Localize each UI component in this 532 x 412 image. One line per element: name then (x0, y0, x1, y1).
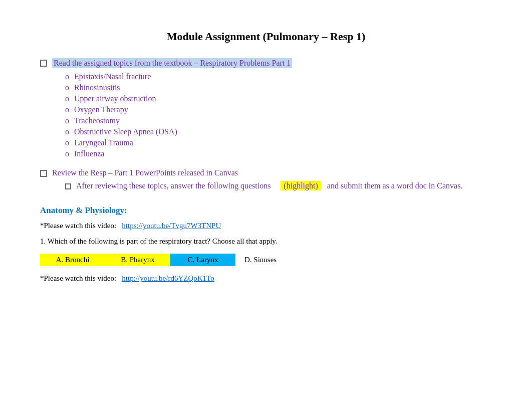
item-text: Laryngeal Trauma (74, 138, 133, 147)
section2-sub-text: After reviewing these topics, answer the… (76, 181, 462, 190)
sub-bullet: o (65, 127, 69, 136)
sub-text-before: After reviewing these topics, answer the… (76, 181, 271, 190)
item-text: Rhinosinusitis (74, 83, 120, 92)
question1-text: 1. Which of the following is part of the… (40, 237, 492, 246)
section1-block: Read the assigned topics from the textbo… (40, 58, 492, 158)
page-title: Module Assignment (Pulmonary – Resp 1) (40, 30, 492, 43)
item-text: Obstructive Sleep Apnea (OSA) (74, 127, 177, 136)
answer-a: A. Bronchi (40, 254, 105, 266)
list-item: o Upper airway obstruction (65, 94, 492, 103)
sub-square-bullet (65, 183, 71, 189)
section1-label: Read the assigned topics from the textbo… (52, 58, 292, 68)
item-text: Tracheostomy (74, 116, 120, 125)
list-item: o Oxygen Therapy (65, 105, 492, 114)
answer-b: B. Pharynx (105, 254, 170, 266)
item-text: Influenza (74, 149, 104, 158)
list-item: o Rhinosinusitis (65, 83, 492, 92)
sub-bullet: o (65, 149, 69, 158)
anatomy-heading: Anatomy & Physiology: (40, 205, 492, 216)
list-item: o Laryngeal Trauma (65, 138, 492, 147)
section2-label: Review the Resp – Part 1 PowerPoints rel… (52, 168, 238, 177)
sub-bullet: o (65, 116, 69, 125)
answers-row: A. Bronchi B. Pharynx C. Larynx D. Sinus… (40, 254, 492, 266)
sub-bullet: o (65, 83, 69, 92)
watch1-prefix: *Please watch this video: (40, 222, 116, 230)
watch-video-1: *Please watch this video: https://youtu.… (40, 222, 492, 230)
section2-sub: After reviewing these topics, answer the… (65, 181, 492, 190)
item-text: Oxygen Therapy (74, 105, 128, 114)
answer-d: D. Sinuses (235, 254, 301, 266)
section1-header: Read the assigned topics from the textbo… (40, 58, 492, 68)
section2-header: Review the Resp – Part 1 PowerPoints rel… (40, 168, 492, 177)
watch2-link[interactable]: http://youtu.be/rd6YZQoK1To (122, 274, 214, 282)
watch1-link[interactable]: https://youtu.be/Tvgu7W3TNPU (122, 222, 221, 230)
sub-bullet: o (65, 105, 69, 114)
list-item: o Influenza (65, 149, 492, 158)
watch2-prefix: *Please watch this video: (40, 274, 116, 282)
section1-bullet (40, 60, 47, 67)
section2-sub-item: After reviewing these topics, answer the… (65, 181, 492, 190)
list-item: o Epistaxis/Nasal fracture (65, 72, 492, 81)
list-item: o Obstructive Sleep Apnea (OSA) (65, 127, 492, 136)
sub-bullet: o (65, 72, 69, 81)
item-text: Upper airway obstruction (74, 94, 156, 103)
section1-sublist: o Epistaxis/Nasal fracture o Rhinosinusi… (65, 72, 492, 158)
sub-bullet: o (65, 138, 69, 147)
sub-text-after: and submit them as a word doc in Canvas. (327, 181, 463, 190)
watch-video-2: *Please watch this video: http://youtu.b… (40, 274, 492, 283)
section2-block: Review the Resp – Part 1 PowerPoints rel… (40, 168, 492, 190)
answer-c: C. Larynx (170, 254, 235, 266)
list-item: o Tracheostomy (65, 116, 492, 125)
section2-bullet (40, 170, 47, 177)
item-text: Epistaxis/Nasal fracture (74, 72, 151, 81)
sub-bullet: o (65, 94, 69, 103)
highlight-badge: (highlight) (281, 181, 321, 190)
